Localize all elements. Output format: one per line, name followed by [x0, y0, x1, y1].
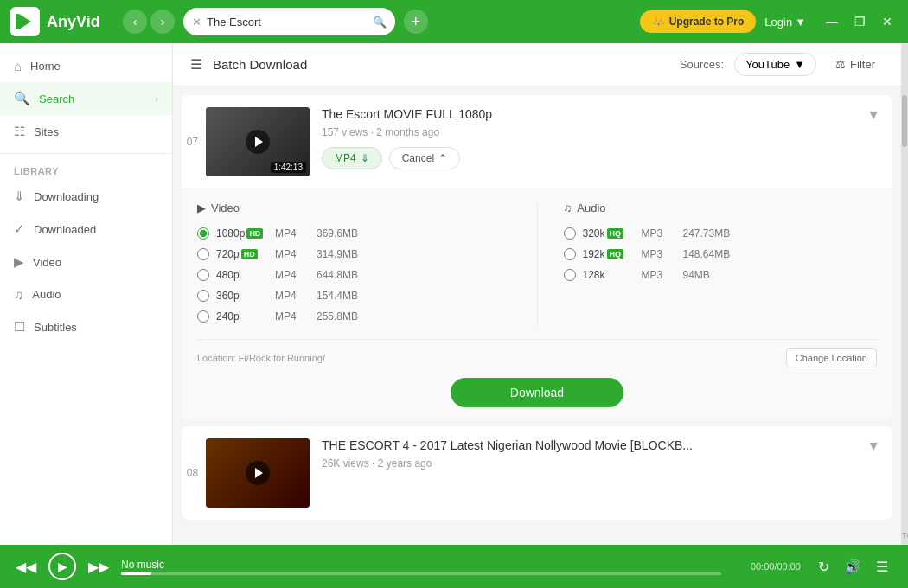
volume-button[interactable]: 🔊	[841, 554, 865, 578]
quality-label-480p: 480p	[216, 269, 268, 281]
result-meta-1: 157 views · 2 months ago	[322, 126, 880, 138]
maximize-button[interactable]: ❐	[849, 11, 870, 32]
next-button[interactable]: ▶▶	[86, 554, 111, 578]
upgrade-button[interactable]: 👑 Upgrade to Pro	[640, 10, 757, 33]
player-progress-bar[interactable]	[121, 572, 721, 575]
quality-label-360p: 360p	[216, 290, 268, 302]
sidebar-item-video[interactable]: ▶ Video	[0, 246, 172, 278]
result-number-2: 08	[182, 467, 203, 479]
sidebar-sites-label: Sites	[34, 125, 59, 138]
col-divider	[537, 201, 538, 327]
sources-label: Sources:	[680, 58, 724, 71]
clear-search-icon[interactable]: ✕	[192, 16, 201, 29]
size-360p: 154.4MB	[317, 290, 358, 302]
result-thumbnail-2[interactable]	[206, 438, 310, 508]
add-tab-button[interactable]: +	[404, 10, 428, 34]
search-magnifier-icon[interactable]: 🔍	[373, 16, 387, 29]
cancel-button-1[interactable]: Cancel ⌃	[389, 147, 460, 169]
subtitles-icon: ☐	[14, 319, 25, 335]
quality-row-192k: 192k HQ MP3 148.64MB	[564, 244, 878, 265]
sidebar-item-downloaded[interactable]: ✓ Downloaded	[0, 213, 172, 246]
audio-radio-192k[interactable]	[564, 248, 576, 260]
outer-scrollbar[interactable]: TOP	[901, 43, 908, 545]
back-button[interactable]: ‹	[123, 10, 147, 34]
quality-radio-1080p[interactable]	[197, 227, 209, 240]
collapse-button-1[interactable]: ▼	[866, 107, 880, 123]
sidebar-item-subtitles[interactable]: ☐ Subtitles	[0, 310, 172, 343]
audio-radio-128k[interactable]	[564, 269, 576, 281]
downloading-icon: ⇓	[14, 189, 25, 204]
close-button[interactable]: ✕	[877, 11, 898, 32]
url-search-bar[interactable]: ✕ 🔍	[183, 8, 395, 35]
title-bar: AnyVid ‹ › ✕ 🔍 + 👑 Upgrade to Pro Login …	[0, 0, 908, 43]
audio-icon: ♫	[14, 287, 23, 302]
progress-fill	[121, 572, 151, 575]
result-card-2: 08 THE ESCORT 4 - 2017 Latest Nigerian N…	[182, 426, 892, 520]
forward-button[interactable]: ›	[150, 10, 175, 34]
quality-radio-360p[interactable]	[197, 290, 209, 302]
size-480p: 644.8MB	[317, 269, 358, 281]
sites-icon: ☷	[14, 124, 25, 139]
result-title-2: THE ESCORT 4 - 2017 Latest Nigerian Noll…	[322, 438, 880, 452]
hd-badge-1080p: HD	[246, 228, 263, 239]
nav-buttons: ‹ ›	[123, 10, 175, 34]
minimize-button[interactable]: —	[822, 11, 842, 32]
quality-row-1080p: 1080p HD MP4 369.6MB	[197, 223, 511, 244]
download-btn-container: Download	[197, 368, 877, 407]
sidebar-downloading-label: Downloading	[34, 190, 99, 203]
play-pause-button[interactable]: ▶	[48, 553, 76, 580]
filter-label: Filter	[850, 58, 875, 71]
quality-radio-240p[interactable]	[197, 310, 209, 323]
scroll-thumb[interactable]	[902, 95, 907, 147]
format-480p: MP4	[275, 269, 310, 281]
sidebar-item-search[interactable]: 🔍 Search ›	[0, 82, 172, 115]
sidebar-item-downloading[interactable]: ⇓ Downloading	[0, 180, 172, 213]
audio-radio-320k[interactable]	[564, 227, 576, 240]
prev-button[interactable]: ◀◀	[14, 554, 38, 578]
url-input[interactable]	[207, 16, 368, 29]
repeat-button[interactable]: ↻	[811, 554, 835, 578]
sidebar-item-audio[interactable]: ♫ Audio	[0, 278, 172, 310]
source-select[interactable]: YouTube ▼	[734, 53, 816, 76]
quality-row-720p: 720p HD MP4 314.9MB	[197, 244, 511, 265]
home-icon: ⌂	[14, 59, 22, 74]
chevron-right-icon: ›	[155, 93, 158, 104]
format-240p: MP4	[275, 310, 310, 323]
play-button-2[interactable]	[246, 461, 270, 485]
player-controls-right: ↻ 🔊 ☰	[811, 554, 894, 578]
main-layout: ⌂ Home 🔍 Search › ☷ Sites Library ⇓ Down…	[0, 43, 908, 545]
quality-radio-480p[interactable]	[197, 269, 209, 281]
sidebar-item-sites[interactable]: ☷ Sites	[0, 115, 172, 148]
change-location-button[interactable]: Change Location	[786, 348, 877, 368]
audio-column-header: ♫ Audio	[564, 201, 878, 214]
filter-button[interactable]: ⚖ Filter	[827, 54, 884, 75]
sidebar: ⌂ Home 🔍 Search › ☷ Sites Library ⇓ Down…	[0, 43, 173, 545]
result-thumbnail-1[interactable]: 1:42:13	[206, 107, 310, 176]
downloaded-icon: ✓	[14, 221, 25, 237]
play-button-1[interactable]	[246, 130, 270, 154]
window-controls: — ❐ ✕	[822, 11, 898, 32]
download-button[interactable]: Download	[451, 378, 623, 407]
download-arrow-icon: ⇓	[361, 152, 369, 164]
format-1080p: MP4	[275, 227, 310, 240]
playlist-button[interactable]: ☰	[870, 554, 894, 578]
audio-size-192k: 148.64MB	[683, 248, 731, 260]
audio-label-320k: 320k HQ	[583, 227, 635, 240]
expand-button-2[interactable]: ▼	[866, 438, 880, 454]
quality-row-360p: 360p MP4 154.4MB	[197, 285, 511, 306]
mp4-button-1[interactable]: MP4 ⇓	[322, 147, 382, 169]
result-header-2: 08 THE ESCORT 4 - 2017 Latest Nigerian N…	[182, 426, 892, 520]
video-col-icon: ▶	[197, 201, 206, 214]
logo-area: AnyVid	[10, 7, 114, 36]
format-720p: MP4	[275, 248, 310, 260]
player-time: 00:00/00:00	[732, 561, 801, 572]
quality-radio-720p[interactable]	[197, 248, 209, 260]
login-button[interactable]: Login ▼	[764, 16, 806, 29]
result-meta-2: 26K views · 2 years ago	[322, 457, 880, 470]
results-area[interactable]: 07 1:42:13 The Escort MOVIE FULL 1080p 1…	[173, 86, 901, 545]
list-icon: ☰	[190, 56, 202, 73]
sidebar-item-home[interactable]: ⌂ Home	[0, 50, 172, 82]
video-column-header: ▶ Video	[197, 201, 511, 214]
result-info-1: The Escort MOVIE FULL 1080p 157 views · …	[322, 107, 880, 176]
search-icon: 🔍	[14, 91, 30, 106]
